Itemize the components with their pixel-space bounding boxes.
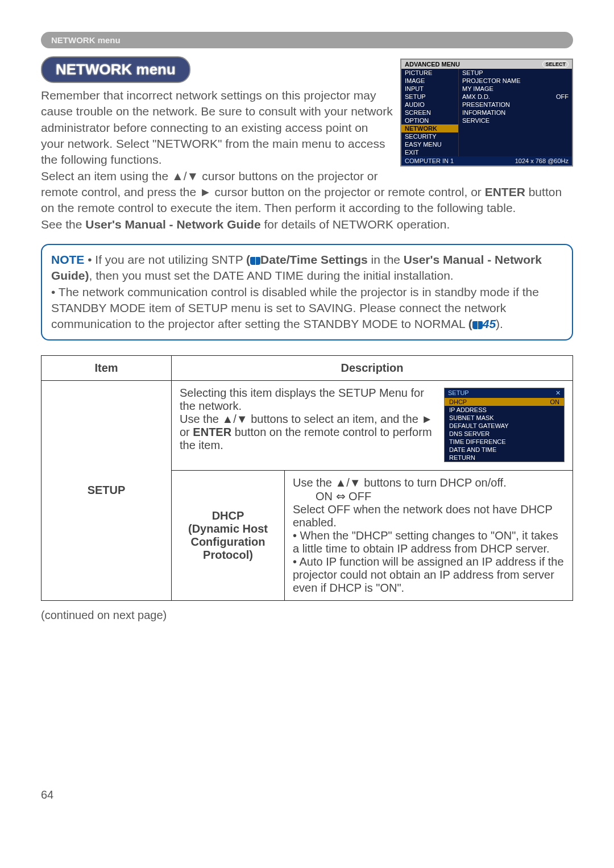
advmenu-left-item: EXIT xyxy=(401,148,458,156)
row-label-setup: SETUP xyxy=(42,380,172,600)
advmenu-left-item: AUDIO xyxy=(401,101,458,109)
advmenu-right-item: PRESENTATION xyxy=(462,101,510,108)
advmenu-right-item: AMX D.D. xyxy=(462,93,490,100)
section-heading-pill: NETWORK menu xyxy=(41,56,190,83)
advmenu-right-item: MY IMAGE xyxy=(462,85,493,92)
advmenu-footer-left: COMPUTER IN 1 xyxy=(405,157,454,164)
note-box: NOTE • If you are not utilizing SNTP (Da… xyxy=(41,244,573,340)
setup-row-label: DNS SERVER xyxy=(449,430,489,437)
setup-row-label: DHCP xyxy=(449,398,467,405)
continued-note: (continued on next page) xyxy=(41,609,573,622)
advmenu-left-col: PICTURE IMAGE INPUT SETUP AUDIO SCREEN O… xyxy=(401,69,459,156)
advmenu-left-item-active: NETWORK xyxy=(401,124,458,132)
setup-row-label: SUBNET MASK xyxy=(449,414,494,421)
page-number: 64 xyxy=(41,788,53,801)
advmenu-left-item: PICTURE xyxy=(401,69,458,77)
advmenu-left-item: EASY MENU xyxy=(401,140,458,148)
setup-row-label: DEFAULT GATEWAY xyxy=(449,422,509,429)
dhcp-sublabel-cell: DHCP (Dynamic Host Configuration Protoco… xyxy=(172,470,285,600)
advmenu-left-item: SCREEN xyxy=(401,109,458,117)
setup-row-label: RETURN xyxy=(449,454,475,461)
advmenu-left-item: OPTION xyxy=(401,117,458,124)
dhcp-description-cell: Use the ▲/▼ buttons to turn DHCP on/off.… xyxy=(285,470,573,600)
breadcrumb: NETWORK menu xyxy=(41,32,573,48)
setup-row-label: DATE AND TIME xyxy=(449,446,496,453)
advmenu-title: ADVANCED MENU xyxy=(405,61,460,68)
advmenu-left-item: SECURITY xyxy=(401,132,458,140)
advmenu-right-item: SERVICE xyxy=(462,117,489,124)
advmenu-right-col: SETUP PROJECTOR NAME MY IMAGE AMX D.D.OF… xyxy=(459,69,572,156)
setup-row-label: IP ADDRESS xyxy=(449,406,487,413)
setup-submenu-screenshot: SETUP✕ DHCPON IP ADDRESS SUBNET MASK DEF… xyxy=(444,388,565,462)
advanced-menu-screenshot: ADVANCED MENU SELECT PICTURE IMAGE INPUT… xyxy=(400,59,573,167)
settings-table: Item Description SETUP SETUP✕ DHCPON IP … xyxy=(41,355,573,601)
advmenu-left-item: SETUP xyxy=(401,93,458,101)
advmenu-right-item: INFORMATION xyxy=(462,109,505,116)
setup-description-cell: SETUP✕ DHCPON IP ADDRESS SUBNET MASK DEF… xyxy=(172,380,573,470)
advmenu-footer-right: 1024 x 768 @60Hz xyxy=(515,157,569,164)
advmenu-left-item: IMAGE xyxy=(401,77,458,85)
advmenu-right-item: SETUP xyxy=(462,69,483,76)
setup-menu-title: SETUP xyxy=(448,389,469,397)
note-label: NOTE xyxy=(51,253,84,266)
advmenu-right-item: PROJECTOR NAME xyxy=(462,77,520,84)
book-icon xyxy=(472,321,483,329)
col-header-item: Item xyxy=(42,355,172,380)
book-icon xyxy=(250,257,260,265)
setup-row-label: TIME DIFFERENCE xyxy=(449,438,506,445)
select-badge: SELECT xyxy=(542,61,569,68)
col-header-description: Description xyxy=(172,355,573,380)
close-icon: ✕ xyxy=(555,389,561,397)
advmenu-left-item: INPUT xyxy=(401,85,458,93)
